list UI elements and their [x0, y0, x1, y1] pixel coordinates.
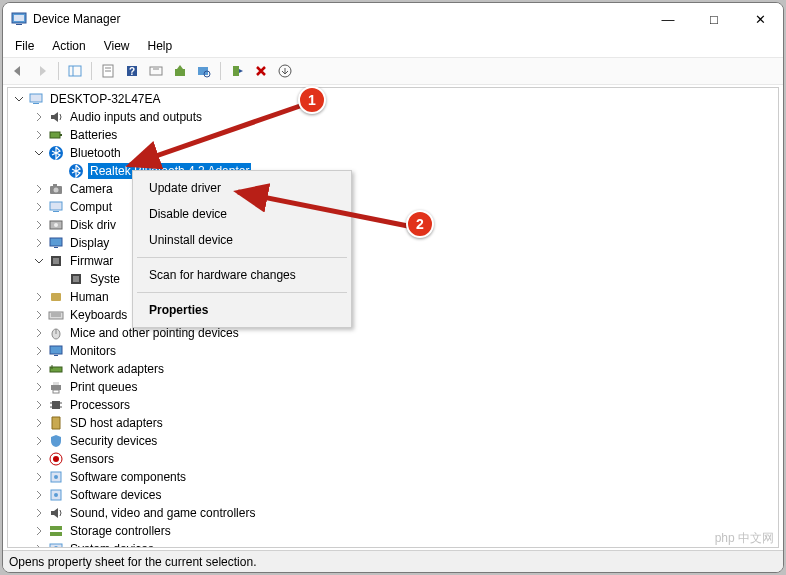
- tree-item[interactable]: SD host adapters: [8, 414, 778, 432]
- chevron-right-icon[interactable]: [32, 236, 46, 250]
- tree-item-label[interactable]: Sensors: [68, 451, 116, 467]
- tree-item[interactable]: Monitors: [8, 342, 778, 360]
- chevron-down-icon[interactable]: [32, 254, 46, 268]
- chevron-right-icon[interactable]: [32, 488, 46, 502]
- tree-item-label[interactable]: Disk driv: [68, 217, 118, 233]
- ctx-uninstall-device[interactable]: Uninstall device: [135, 227, 349, 253]
- tree-item-label[interactable]: Processors: [68, 397, 132, 413]
- tree-item-label[interactable]: Security devices: [68, 433, 159, 449]
- menu-help[interactable]: Help: [140, 37, 181, 55]
- chevron-right-icon[interactable]: [32, 524, 46, 538]
- maximize-button[interactable]: □: [691, 3, 737, 35]
- device-tree[interactable]: DESKTOP-32L47EA Audio inputs and outputs…: [7, 87, 779, 548]
- tree-item[interactable]: Sound, video and game controllers: [8, 504, 778, 522]
- tree-item[interactable]: Comput: [8, 198, 778, 216]
- chevron-right-icon[interactable]: [32, 290, 46, 304]
- tree-root[interactable]: DESKTOP-32L47EA: [8, 90, 778, 108]
- chevron-right-icon[interactable]: [32, 326, 46, 340]
- menu-action[interactable]: Action: [44, 37, 93, 55]
- chevron-right-icon[interactable]: [32, 398, 46, 412]
- tree-item[interactable]: Bluetooth: [8, 144, 778, 162]
- tree-item-label[interactable]: Firmwar: [68, 253, 115, 269]
- tree-item[interactable]: Disk driv: [8, 216, 778, 234]
- svg-rect-18: [33, 103, 39, 104]
- menu-file[interactable]: File: [7, 37, 42, 55]
- tree-item[interactable]: Mice and other pointing devices: [8, 324, 778, 342]
- chevron-right-icon[interactable]: [32, 452, 46, 466]
- tree-item-label[interactable]: Syste: [88, 271, 122, 287]
- forward-button[interactable]: [31, 60, 53, 82]
- chevron-right-icon[interactable]: [32, 380, 46, 394]
- chevron-down-icon[interactable]: [32, 146, 46, 160]
- tree-item[interactable]: Software devices: [8, 486, 778, 504]
- tree-item-label[interactable]: Print queues: [68, 379, 139, 395]
- more-actions-button[interactable]: [274, 60, 296, 82]
- tree-item[interactable]: Display: [8, 234, 778, 252]
- tree-item-label[interactable]: Keyboards: [68, 307, 129, 323]
- tree-item[interactable]: Software components: [8, 468, 778, 486]
- tree-item-label[interactable]: System devices: [68, 541, 156, 548]
- chevron-right-icon[interactable]: [32, 308, 46, 322]
- action-button[interactable]: [145, 60, 167, 82]
- enable-device-button[interactable]: [226, 60, 248, 82]
- menu-view[interactable]: View: [96, 37, 138, 55]
- tree-item-label[interactable]: Human: [68, 289, 111, 305]
- tree-item[interactable]: Human: [8, 288, 778, 306]
- chevron-right-icon[interactable]: [32, 218, 46, 232]
- tree-item[interactable]: Realtek Bluetooth 4.2 Adapter: [8, 162, 778, 180]
- tree-root-label[interactable]: DESKTOP-32L47EA: [48, 91, 163, 107]
- ctx-update-driver[interactable]: Update driver: [135, 175, 349, 201]
- tree-item-label[interactable]: Camera: [68, 181, 115, 197]
- properties-button[interactable]: [97, 60, 119, 82]
- uninstall-device-button[interactable]: [250, 60, 272, 82]
- tree-item-label[interactable]: Network adapters: [68, 361, 166, 377]
- tree-item-label[interactable]: Software devices: [68, 487, 163, 503]
- tree-item[interactable]: Security devices: [8, 432, 778, 450]
- tree-item[interactable]: Print queues: [8, 378, 778, 396]
- chevron-right-icon[interactable]: [32, 200, 46, 214]
- chevron-right-icon[interactable]: [32, 506, 46, 520]
- chevron-down-icon[interactable]: [12, 92, 26, 106]
- tree-item[interactable]: Network adapters: [8, 360, 778, 378]
- ctx-scan-hardware[interactable]: Scan for hardware changes: [135, 262, 349, 288]
- tree-item[interactable]: Syste: [8, 270, 778, 288]
- tree-item-label[interactable]: Audio inputs and outputs: [68, 109, 204, 125]
- help-button[interactable]: ?: [121, 60, 143, 82]
- tree-item[interactable]: Firmwar: [8, 252, 778, 270]
- tree-item[interactable]: Storage controllers: [8, 522, 778, 540]
- tree-item-label[interactable]: Software components: [68, 469, 188, 485]
- update-driver-button[interactable]: [169, 60, 191, 82]
- chevron-right-icon[interactable]: [32, 344, 46, 358]
- ctx-disable-device[interactable]: Disable device: [135, 201, 349, 227]
- chevron-right-icon[interactable]: [32, 362, 46, 376]
- tree-item-label[interactable]: Monitors: [68, 343, 118, 359]
- tree-item[interactable]: Processors: [8, 396, 778, 414]
- chevron-right-icon[interactable]: [32, 470, 46, 484]
- chevron-right-icon[interactable]: [32, 416, 46, 430]
- chevron-right-icon[interactable]: [32, 542, 46, 548]
- tree-item[interactable]: Audio inputs and outputs: [8, 108, 778, 126]
- tree-item-label[interactable]: Sound, video and game controllers: [68, 505, 257, 521]
- tree-item-label[interactable]: Bluetooth: [68, 145, 123, 161]
- scan-hardware-button[interactable]: [193, 60, 215, 82]
- chevron-right-icon[interactable]: [32, 434, 46, 448]
- tree-item[interactable]: Batteries: [8, 126, 778, 144]
- tree-item[interactable]: Camera: [8, 180, 778, 198]
- close-button[interactable]: ✕: [737, 3, 783, 35]
- tree-item[interactable]: System devices: [8, 540, 778, 548]
- chevron-right-icon[interactable]: [32, 110, 46, 124]
- tree-item-label[interactable]: Comput: [68, 199, 114, 215]
- tree-item-label[interactable]: Display: [68, 235, 111, 251]
- tree-item[interactable]: Keyboards: [8, 306, 778, 324]
- ctx-properties[interactable]: Properties: [135, 297, 349, 323]
- tree-item-label[interactable]: Storage controllers: [68, 523, 173, 539]
- back-button[interactable]: [7, 60, 29, 82]
- tree-item[interactable]: Sensors: [8, 450, 778, 468]
- chevron-right-icon[interactable]: [32, 182, 46, 196]
- chevron-right-icon[interactable]: [32, 128, 46, 142]
- titlebar[interactable]: Device Manager — □ ✕: [3, 3, 783, 35]
- tree-item-label[interactable]: Batteries: [68, 127, 119, 143]
- tree-item-label[interactable]: SD host adapters: [68, 415, 165, 431]
- minimize-button[interactable]: —: [645, 3, 691, 35]
- show-hide-tree-button[interactable]: [64, 60, 86, 82]
